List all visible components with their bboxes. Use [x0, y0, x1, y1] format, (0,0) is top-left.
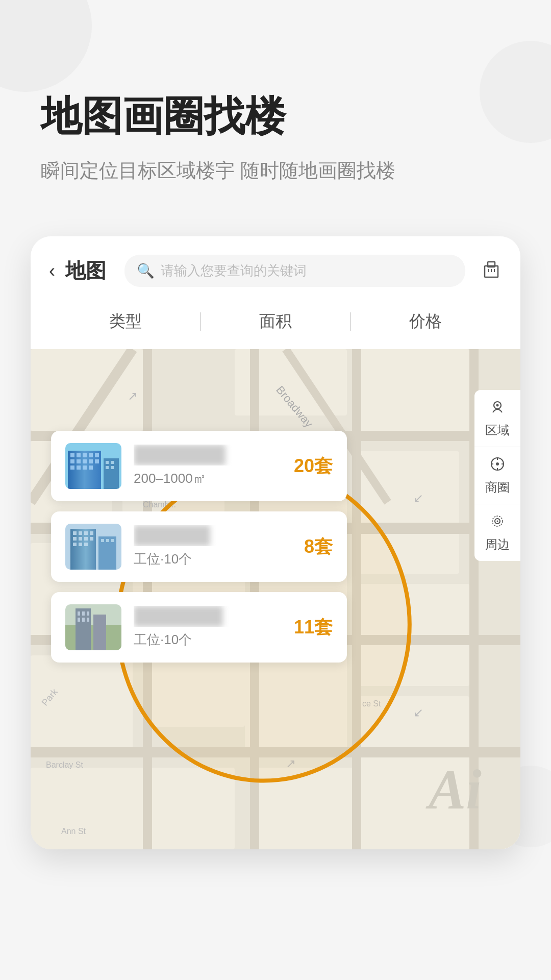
- svg-rect-92: [73, 543, 77, 546]
- map-area[interactable]: Broadway Reade St Chamb... Church St Par…: [31, 349, 520, 849]
- svg-rect-91: [90, 537, 93, 541]
- property-detail-1: 200–1000㎡: [134, 470, 282, 487]
- property-count-2: 8套: [304, 534, 333, 559]
- svg-rect-97: [106, 539, 109, 542]
- filter-tab-price[interactable]: 价格: [351, 304, 500, 339]
- svg-rect-19: [31, 768, 235, 849]
- search-placeholder-text: 请输入您要查询的关键词: [161, 262, 307, 280]
- panel-btn-business[interactable]: 商圈: [474, 447, 520, 504]
- property-name-2: 碧涛写字楼: [134, 525, 292, 546]
- business-icon: [489, 455, 506, 476]
- property-detail-3: 工位·10个: [134, 631, 282, 649]
- svg-rect-93: [79, 543, 82, 546]
- svg-rect-10: [357, 349, 469, 441]
- phone-mockup: ‹ 地图 🔍 请输入您要查询的关键词 类型 面积 价格: [31, 236, 520, 849]
- map-right-panel: 区域 商圈: [474, 390, 520, 561]
- property-count-3: 11套: [294, 615, 333, 640]
- app-header: ‹ 地图 🔍 请输入您要查询的关键词: [31, 236, 520, 299]
- svg-text:ce St: ce St: [362, 699, 381, 708]
- svg-text:Ann St: Ann St: [61, 827, 86, 836]
- svg-rect-68: [77, 459, 81, 463]
- svg-rect-66: [95, 453, 99, 457]
- svg-rect-73: [77, 465, 81, 470]
- svg-rect-71: [95, 459, 99, 463]
- search-icon: 🔍: [137, 262, 155, 279]
- property-card-1[interactable]: 通丹国际中心 200–1000㎡ 20套: [51, 431, 347, 501]
- app-title: 地图: [65, 257, 106, 285]
- svg-text:↗: ↗: [128, 389, 138, 403]
- svg-rect-74: [83, 465, 87, 470]
- svg-rect-104: [82, 611, 85, 616]
- property-image-2: [65, 524, 121, 570]
- property-count-1: 20套: [294, 454, 333, 479]
- property-detail-2: 工位·10个: [134, 550, 292, 568]
- svg-rect-72: [70, 465, 74, 470]
- nearby-label: 周边: [485, 536, 510, 553]
- property-card-3[interactable]: 竹山公园八... 工位·10个 11套: [51, 592, 347, 663]
- svg-rect-69: [83, 459, 87, 463]
- property-info-1: 通丹国际中心 200–1000㎡: [134, 445, 282, 487]
- hero-section: 地图画圈找楼 瞬间定位目标区域楼宇 随时随地画圈找楼: [0, 0, 551, 216]
- filter-tab-area[interactable]: 面积: [201, 304, 350, 339]
- svg-text:↗: ↗: [286, 756, 296, 770]
- property-image-3: [65, 604, 121, 650]
- svg-rect-86: [84, 531, 88, 535]
- svg-rect-102: [93, 615, 106, 650]
- svg-rect-29: [352, 349, 361, 849]
- building-icon[interactable]: [481, 258, 502, 284]
- svg-rect-14: [357, 451, 459, 574]
- svg-rect-94: [84, 543, 88, 546]
- svg-rect-108: [87, 618, 89, 622]
- property-name-3: 竹山公园八...: [134, 606, 282, 627]
- svg-text:↙: ↙: [413, 491, 423, 505]
- property-cards: 通丹国际中心 200–1000㎡ 20套: [51, 431, 347, 673]
- svg-rect-105: [87, 611, 89, 616]
- property-image-1: [65, 443, 121, 489]
- svg-point-57: [497, 521, 498, 522]
- svg-rect-90: [84, 537, 88, 541]
- property-info-3: 竹山公园八... 工位·10个: [134, 606, 282, 649]
- svg-rect-65: [89, 453, 93, 457]
- svg-rect-67: [70, 459, 74, 463]
- panel-btn-area[interactable]: 区域: [474, 390, 520, 447]
- svg-rect-98: [111, 539, 114, 542]
- svg-rect-77: [106, 461, 109, 464]
- back-button[interactable]: ‹: [49, 260, 55, 282]
- business-label: 商圈: [485, 479, 510, 496]
- svg-rect-106: [78, 618, 80, 622]
- svg-rect-63: [77, 453, 81, 457]
- area-label: 区域: [485, 422, 510, 438]
- hero-title: 地图画圈找楼: [41, 92, 510, 141]
- search-bar[interactable]: 🔍 请输入您要查询的关键词: [124, 255, 465, 287]
- area-icon: [489, 398, 506, 419]
- svg-rect-70: [89, 459, 93, 463]
- property-card-2[interactable]: 碧涛写字楼 工位·10个 8套: [51, 511, 347, 582]
- svg-rect-78: [111, 461, 114, 464]
- svg-rect-88: [73, 537, 77, 541]
- svg-point-51: [496, 462, 499, 465]
- svg-rect-96: [101, 539, 104, 542]
- svg-rect-87: [90, 531, 93, 535]
- svg-text:Ai: Ai: [425, 758, 482, 821]
- panel-btn-nearby[interactable]: 周边: [474, 504, 520, 561]
- svg-rect-26: [31, 747, 520, 757]
- svg-rect-79: [106, 466, 109, 469]
- svg-point-49: [496, 404, 499, 407]
- svg-rect-64: [83, 453, 87, 457]
- svg-rect-107: [82, 618, 85, 622]
- svg-rect-62: [70, 453, 74, 457]
- svg-rect-84: [73, 531, 77, 535]
- svg-text:↙: ↙: [413, 705, 423, 719]
- svg-rect-85: [79, 531, 82, 535]
- hero-subtitle: 瞬间定位目标区域楼宇 随时随地画圈找楼: [41, 156, 510, 185]
- svg-rect-89: [79, 537, 82, 541]
- svg-rect-75: [89, 465, 93, 470]
- svg-rect-80: [111, 466, 114, 469]
- svg-text:Barclay St: Barclay St: [46, 761, 83, 769]
- property-name-1: 通丹国际中心: [134, 445, 282, 465]
- nearby-icon: [489, 512, 506, 533]
- svg-rect-103: [78, 611, 80, 616]
- filter-tab-type[interactable]: 类型: [51, 304, 200, 339]
- filter-tabs: 类型 面积 价格: [31, 299, 520, 349]
- property-info-2: 碧涛写字楼 工位·10个: [134, 525, 292, 568]
